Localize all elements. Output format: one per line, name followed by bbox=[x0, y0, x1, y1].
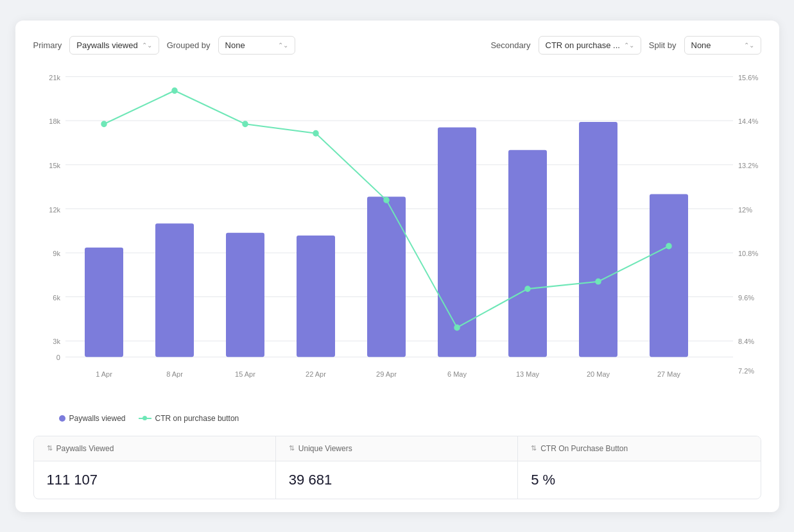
svg-text:12k: 12k bbox=[49, 205, 60, 213]
summary-header: ⇅ Paywalls Viewed ⇅ Unique Viewers ⇅ CTR… bbox=[34, 436, 761, 461]
bar-20may bbox=[579, 122, 617, 357]
secondary-label: Secondary bbox=[490, 40, 530, 50]
legend-line: CTR on purchase button bbox=[139, 414, 239, 423]
split-by-label: Split by bbox=[649, 40, 677, 50]
svg-text:0: 0 bbox=[56, 354, 60, 361]
svg-text:15k: 15k bbox=[49, 161, 60, 169]
svg-text:12%: 12% bbox=[738, 205, 752, 213]
summary-col-paywalls-label: Paywalls Viewed bbox=[56, 444, 114, 453]
grouped-by-chevron-icon: ⌃⌄ bbox=[278, 42, 288, 49]
dot-8apr bbox=[172, 88, 177, 93]
bar-22apr bbox=[297, 235, 335, 356]
svg-text:13.2%: 13.2% bbox=[738, 161, 758, 169]
svg-text:21k: 21k bbox=[49, 73, 60, 81]
split-by-value: None bbox=[691, 40, 711, 50]
legend-bar-label: Paywalls viewed bbox=[69, 414, 126, 423]
bar-8apr bbox=[155, 223, 194, 357]
bar-27may bbox=[650, 194, 688, 357]
legend-bar: Paywalls viewed bbox=[59, 414, 126, 423]
legend-line-label: CTR on purchase button bbox=[155, 414, 239, 423]
dot-29apr bbox=[384, 197, 389, 202]
svg-text:1 Apr: 1 Apr bbox=[96, 370, 112, 378]
svg-text:18k: 18k bbox=[49, 117, 60, 125]
bar-15apr bbox=[226, 232, 264, 356]
bar-1apr bbox=[85, 247, 123, 357]
sort-icon-paywalls: ⇅ bbox=[47, 444, 53, 452]
sort-icon-ctr: ⇅ bbox=[531, 444, 537, 452]
dot-22apr bbox=[313, 130, 318, 135]
svg-text:22 Apr: 22 Apr bbox=[306, 370, 326, 378]
svg-text:14.4%: 14.4% bbox=[738, 117, 758, 125]
primary-value: Paywalls viewed bbox=[76, 40, 137, 50]
summary-header-viewers[interactable]: ⇅ Unique Viewers bbox=[276, 436, 518, 461]
dot-13may bbox=[525, 286, 530, 291]
svg-text:15.6%: 15.6% bbox=[738, 73, 758, 81]
svg-text:8 Apr: 8 Apr bbox=[166, 370, 183, 378]
sort-icon-viewers: ⇅ bbox=[289, 444, 295, 452]
primary-select[interactable]: Paywalls viewed ⌃⌄ bbox=[69, 36, 159, 55]
grouped-by-label: Grouped by bbox=[167, 40, 211, 50]
dot-20may bbox=[596, 279, 601, 284]
svg-text:8.4%: 8.4% bbox=[738, 338, 754, 345]
legend-line-icon bbox=[139, 418, 151, 419]
svg-text:9k: 9k bbox=[53, 249, 60, 257]
split-by-select[interactable]: None ⌃⌄ bbox=[684, 36, 761, 55]
primary-label: Primary bbox=[33, 40, 62, 50]
dot-15apr bbox=[243, 121, 248, 126]
toolbar: Primary Paywalls viewed ⌃⌄ Grouped by No… bbox=[33, 36, 761, 55]
bar-29apr bbox=[367, 196, 406, 357]
summary-col-viewers-label: Unique Viewers bbox=[298, 444, 352, 453]
summary-table: ⇅ Paywalls Viewed ⇅ Unique Viewers ⇅ CTR… bbox=[33, 436, 761, 499]
svg-text:3k: 3k bbox=[53, 338, 60, 345]
svg-text:29 Apr: 29 Apr bbox=[376, 370, 397, 378]
bar-13may bbox=[508, 150, 547, 356]
svg-text:10.8%: 10.8% bbox=[738, 249, 758, 257]
chart-area: 21k 18k 15k 12k 9k 6k 3k 0 15.6% 14.4% 1… bbox=[33, 70, 761, 404]
summary-val-ctr: 5 % bbox=[518, 461, 760, 499]
svg-text:13 May: 13 May bbox=[515, 370, 539, 378]
svg-text:27 May: 27 May bbox=[657, 370, 680, 378]
summary-val-viewers: 39 681 bbox=[276, 461, 518, 499]
split-by-chevron-icon: ⌃⌄ bbox=[744, 42, 754, 49]
svg-text:6 May: 6 May bbox=[447, 370, 467, 378]
grouped-by-select[interactable]: None ⌃⌄ bbox=[218, 36, 295, 55]
summary-values: 111 107 39 681 5 % bbox=[34, 461, 761, 499]
main-card: Primary Paywalls viewed ⌃⌄ Grouped by No… bbox=[15, 21, 779, 512]
dot-1apr bbox=[101, 121, 107, 126]
svg-text:9.6%: 9.6% bbox=[738, 293, 754, 301]
dot-27may bbox=[666, 243, 671, 248]
secondary-value: CTR on purchase ... bbox=[546, 40, 620, 50]
summary-header-paywalls[interactable]: ⇅ Paywalls Viewed bbox=[34, 436, 276, 461]
bar-6may bbox=[438, 127, 476, 357]
svg-text:7.2%: 7.2% bbox=[738, 367, 754, 375]
summary-header-ctr[interactable]: ⇅ CTR On Purchase Button bbox=[518, 436, 760, 461]
svg-text:20 May: 20 May bbox=[586, 370, 609, 378]
summary-col-ctr-label: CTR On Purchase Button bbox=[540, 444, 628, 453]
secondary-select[interactable]: CTR on purchase ... ⌃⌄ bbox=[539, 36, 641, 55]
svg-text:15 Apr: 15 Apr bbox=[235, 370, 255, 378]
chart-svg: 21k 18k 15k 12k 9k 6k 3k 0 15.6% 14.4% 1… bbox=[33, 70, 761, 404]
chart-legend: Paywalls viewed CTR on purchase button bbox=[33, 414, 761, 423]
legend-bar-dot bbox=[59, 415, 65, 422]
primary-chevron-icon: ⌃⌄ bbox=[142, 42, 152, 49]
grouped-by-value: None bbox=[225, 40, 245, 50]
svg-text:6k: 6k bbox=[53, 293, 60, 301]
summary-val-paywalls: 111 107 bbox=[34, 461, 276, 499]
secondary-chevron-icon: ⌃⌄ bbox=[624, 42, 634, 49]
dot-6may bbox=[454, 325, 460, 330]
